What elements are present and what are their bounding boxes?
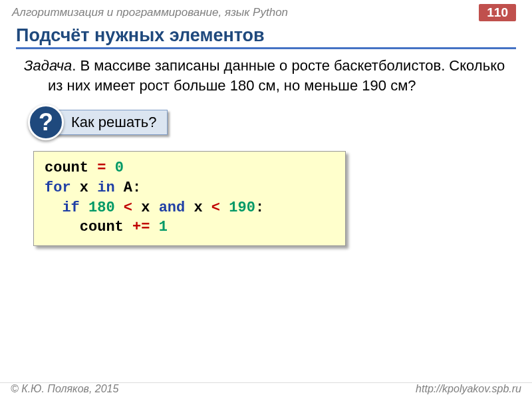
task-sep: . [72, 57, 80, 74]
footer-url: http://kpolyakov.spb.ru [416, 383, 521, 395]
slide-header: Алгоритмизация и программирование, язык … [0, 0, 532, 23]
section-title: Подсчёт нужных элементов [16, 25, 516, 49]
task-label: Задача [24, 57, 72, 74]
question-icon: ? [28, 104, 64, 140]
hint-box: Как решать? [52, 110, 168, 135]
header-title: Алгоритмизация и программирование, язык … [12, 6, 288, 19]
slide-footer: © К.Ю. Поляков, 2015 http://kpolyakov.sp… [0, 382, 532, 395]
footer-copyright: © К.Ю. Поляков, 2015 [11, 383, 118, 395]
page-number: 110 [479, 4, 516, 21]
task-block: Задача. В массиве записаны данные о рост… [24, 56, 505, 95]
hint-row: ? Как решать? [28, 104, 532, 140]
task-text: В массиве записаны данные о росте баскет… [48, 57, 505, 94]
code-block: count = 0 for x in A: if 180 < x and x <… [33, 151, 346, 246]
